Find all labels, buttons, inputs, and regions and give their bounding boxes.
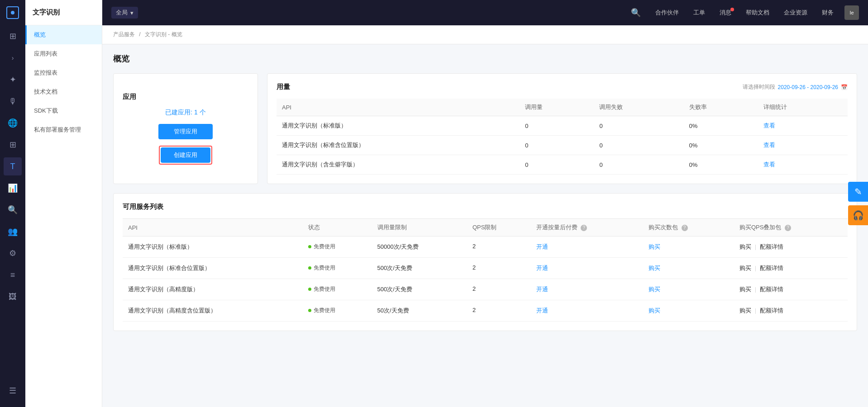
svc-limit-3: 500次/天免费	[372, 279, 467, 300]
page-content: 概览 应用 已建应用: 1 个 管理应用 创建应用 用	[102, 44, 868, 340]
svc-buy-pkg-2[interactable]: 购买	[643, 258, 734, 279]
image-icon[interactable]: 🖼	[4, 288, 22, 306]
table-row: 通用文字识别（标准版） 0 0 0% 查看	[277, 116, 848, 136]
usage-col-calls: 调用量	[520, 99, 594, 116]
search2-icon[interactable]: 🔍	[4, 201, 22, 219]
svc-buy-qps-link-2[interactable]: 购买	[739, 265, 751, 271]
float-buttons: ✎ 🎧	[848, 182, 868, 225]
usage-calls-3: 0	[520, 155, 594, 175]
svc-limit-4: 50次/天免费	[372, 300, 467, 322]
finance-nav[interactable]: 财务	[818, 7, 837, 19]
svc-api-2: 通用文字识别（标准合位置版）	[123, 258, 303, 279]
analytics-icon[interactable]: 📊	[4, 179, 22, 197]
svc-config-link-3[interactable]: 配额详情	[760, 286, 783, 293]
content-area: 产品服务 / 文字识别 - 概览 概览 应用 已建应用: 1 个 管理应用 创建…	[102, 25, 868, 407]
status-dot	[308, 245, 311, 248]
table-row: 通用文字识别（标准含位置版） 0 0 0% 查看	[277, 136, 848, 155]
svc-buy-qps-4: 购买 | 配额详情	[734, 300, 848, 322]
usage-link-1[interactable]: 查看	[758, 116, 848, 136]
svc-config-link-4[interactable]: 配额详情	[760, 307, 783, 314]
usage-link-3[interactable]: 查看	[758, 155, 848, 175]
search-button[interactable]: 🔍	[627, 6, 644, 19]
notification-dot	[730, 8, 734, 11]
edit-float-btn[interactable]: ✎	[848, 182, 868, 202]
calendar-icon[interactable]: 📅	[841, 84, 848, 90]
svc-open-2[interactable]: 开通	[531, 258, 643, 279]
svc-status-3: 免费使用	[303, 279, 372, 300]
grid2-icon[interactable]: ⊞	[4, 136, 22, 154]
menu-sdk[interactable]: SDK下载	[25, 101, 102, 120]
avatar[interactable]: Ie	[844, 5, 859, 20]
plugin-icon[interactable]: ⚙	[4, 244, 22, 262]
layers-icon[interactable]: ≡	[4, 266, 22, 284]
usage-api-1: 通用文字识别（标准版）	[277, 116, 520, 136]
svc-col-limit: 调用量限制	[372, 219, 467, 237]
menu-overview[interactable]: 概览	[25, 25, 102, 44]
svc-col-open-pay: 开通按量后付费 ?	[531, 219, 643, 237]
breadcrumb-current: 文字识别 - 概览	[145, 31, 182, 38]
svc-limit-1: 50000次/天免费	[372, 237, 467, 258]
svc-open-4[interactable]: 开通	[531, 300, 643, 322]
svc-config-link-2[interactable]: 配额详情	[760, 265, 783, 271]
status-dot	[308, 266, 311, 270]
svc-buy-pkg-1[interactable]: 购买	[643, 237, 734, 258]
date-range: 请选择时间段 2020-09-26 - 2020-09-26 📅	[743, 83, 848, 91]
settings-icon[interactable]: ✦	[4, 71, 22, 89]
region-selector[interactable]: 全局 ▾	[111, 7, 138, 19]
svc-col-api: API	[123, 219, 303, 237]
app-section: 应用 已建应用: 1 个 管理应用 创建应用	[113, 73, 258, 184]
mic-icon[interactable]: 🎙	[4, 92, 22, 110]
svc-buy-qps-link-1[interactable]: 购买	[739, 243, 751, 250]
svc-buy-qps-link-3[interactable]: 购买	[739, 286, 751, 293]
svc-status-4: 免费使用	[303, 300, 372, 322]
menu-bottom-icon[interactable]: ☰	[4, 382, 22, 400]
date-value[interactable]: 2020-09-26 - 2020-09-26	[778, 84, 838, 90]
svc-open-1[interactable]: 开通	[531, 237, 643, 258]
svc-col-buy-pkg: 购买次数包 ?	[643, 219, 734, 237]
svc-config-link-1[interactable]: 配额详情	[760, 243, 783, 250]
dashboard-icon[interactable]: ⊞	[4, 27, 22, 45]
manage-app-button[interactable]: 管理应用	[158, 124, 213, 139]
services-section: 可用服务列表 API 状态 调用量限制 QPS限制 开通按量后付费 ?	[113, 193, 857, 331]
help-buy-qps-icon[interactable]: ?	[785, 225, 791, 231]
status-dot	[308, 309, 311, 312]
usage-rate-3: 0%	[684, 155, 758, 175]
region-dropdown-icon: ▾	[130, 9, 134, 16]
main-wrapper: 全局 ▾ 🔍 合作伙伴 工单 消息 帮助文档 企业资源 财务 Ie 产品服务 /…	[102, 0, 868, 407]
table-row: 通用文字识别（高精度版） 免费使用 500次/天免费 2 开通 购买 购买 | …	[123, 279, 848, 300]
menu-tech-docs[interactable]: 技术文档	[25, 82, 102, 101]
help-nav[interactable]: 帮助文档	[742, 7, 773, 19]
svc-buy-pkg-4[interactable]: 购买	[643, 300, 734, 322]
messages-nav[interactable]: 消息	[716, 7, 735, 19]
svc-buy-pkg-3[interactable]: 购买	[643, 279, 734, 300]
expand-icon[interactable]: ›	[4, 49, 22, 67]
globe-icon[interactable]: 🌐	[4, 114, 22, 132]
overview-top-row: 应用 已建应用: 1 个 管理应用 创建应用 用量 请选择时间段	[113, 73, 857, 184]
svc-qps-1: 2	[467, 237, 531, 258]
create-app-button[interactable]: 创建应用	[161, 147, 210, 163]
usage-rate-1: 0%	[684, 116, 758, 136]
enterprise-nav[interactable]: 企业资源	[780, 7, 811, 19]
breadcrumb: 产品服务 / 文字识别 - 概览	[102, 25, 868, 44]
workorder-nav[interactable]: 工单	[690, 7, 709, 19]
help-buy-pkg-icon[interactable]: ?	[682, 225, 688, 231]
group-icon[interactable]: 👥	[4, 222, 22, 241]
headset-float-btn[interactable]: 🎧	[848, 205, 868, 225]
breadcrumb-product[interactable]: 产品服务	[113, 31, 135, 38]
usage-link-2[interactable]: 查看	[758, 136, 848, 155]
usage-table: API 调用量 调用失败 失败率 详细统计 通用文字识别（标准版） 0	[277, 99, 848, 175]
usage-section: 用量 请选择时间段 2020-09-26 - 2020-09-26 📅 API …	[267, 73, 857, 184]
svc-limit-2: 500次/天免费	[372, 258, 467, 279]
text-icon[interactable]: T	[4, 157, 22, 175]
svc-open-3[interactable]: 开通	[531, 279, 643, 300]
menu-app-list[interactable]: 应用列表	[25, 44, 102, 63]
svc-buy-qps-link-4[interactable]: 购买	[739, 307, 751, 314]
svc-api-3: 通用文字识别（高精度版）	[123, 279, 303, 300]
sidebar-title: 文字识别	[25, 0, 102, 25]
menu-private-deploy[interactable]: 私有部署服务管理	[25, 120, 102, 139]
status-dot	[308, 288, 311, 291]
partners-nav[interactable]: 合作伙伴	[652, 7, 682, 19]
menu-monitor[interactable]: 监控报表	[25, 63, 102, 82]
usage-api-2: 通用文字识别（标准含位置版）	[277, 136, 520, 155]
help-open-pay-icon[interactable]: ?	[581, 225, 587, 231]
